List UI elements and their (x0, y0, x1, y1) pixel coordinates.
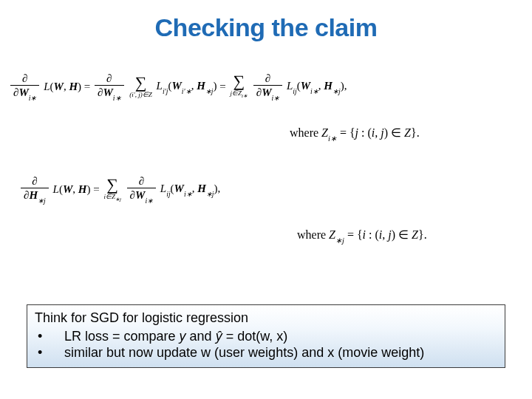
note-box: Think for SGD for logistic regression •L… (27, 304, 505, 368)
where-clause-2: where Z∗j = {i : (i, j) ∈ Z}. (297, 228, 523, 243)
where-clause-1: where Zi∗ = {j : (i, j) ∈ Z}. (290, 126, 523, 141)
frac-dH: ∂ ∂H∗j (21, 175, 49, 203)
slide-title: Checking the claim (0, 0, 532, 42)
frac-dW-3: ∂ ∂Wi∗ (253, 72, 282, 100)
math-area: ∂ ∂Wi∗ L(W, H) = ∂ ∂Wi∗ ∑ (i′, j)∈Z Li′j… (9, 68, 523, 243)
note-intro: Think for SGD for logistic regression (35, 310, 497, 327)
note-bullet-2: •similar but now update w (user weights)… (51, 344, 497, 361)
sum-3: ∑ i∈Z∗j (103, 177, 120, 202)
sum-2: ∑ j∈Zi∗ (230, 73, 247, 99)
bullet-icon: • (51, 328, 64, 345)
equation-2: ∂ ∂H∗j L(W, H) = ∑ i∈Z∗j ∂ ∂Wi∗ Lij(Wi∗,… (19, 175, 523, 203)
frac-dW-1: ∂ ∂Wi∗ (10, 72, 39, 100)
note-bullet-1: •LR loss = compare y and ŷ = dot(w, x) (51, 328, 497, 345)
bullet-icon: • (51, 344, 64, 361)
frac-dW-4: ∂ ∂Wi∗ (127, 175, 156, 203)
equation-1: ∂ ∂Wi∗ L(W, H) = ∂ ∂Wi∗ ∑ (i′, j)∈Z Li′j… (9, 72, 523, 100)
frac-dW-2: ∂ ∂Wi∗ (95, 72, 123, 100)
sum-1: ∑ (i′, j)∈Z (129, 75, 151, 99)
